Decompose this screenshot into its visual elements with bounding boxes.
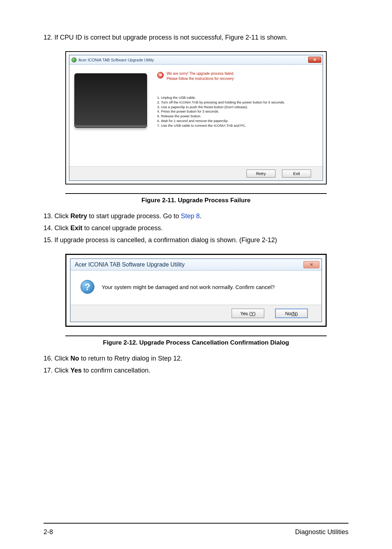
figure-2-12-container: Acer ICONIA TAB Software Upgrade Utility… bbox=[65, 254, 327, 327]
close-icon: ✕ bbox=[313, 58, 316, 62]
figure-2-11-container: Acer ICONIA TAB Software Upgrade Utility… bbox=[65, 51, 327, 184]
yes-button[interactable]: Yes (Y) bbox=[232, 309, 264, 318]
figure-divider bbox=[65, 336, 327, 336]
app-icon bbox=[72, 57, 77, 62]
step-15: 15. If upgrade process is cancelled, a c… bbox=[44, 235, 348, 245]
instr-4: 4. Press the power button for 3 seconds. bbox=[157, 109, 316, 114]
dialog-title: Acer ICONIA TAB Software Upgrade Utility bbox=[75, 261, 185, 268]
dialog-message: Your system might be damaged and not wor… bbox=[102, 283, 275, 291]
step-14: 14. Click Exit to cancel upgrade process… bbox=[44, 223, 348, 233]
instr-7: 7. Use the USB cable to connect the ICON… bbox=[157, 123, 316, 128]
close-button[interactable]: ✕ bbox=[308, 57, 321, 63]
step-13: 13. Click Retry to start upgrade process… bbox=[44, 211, 348, 221]
upgrade-utility-window: Acer ICONIA TAB Software Upgrade Utility… bbox=[69, 55, 323, 181]
retry-button[interactable]: Retry bbox=[246, 170, 275, 178]
error-icon: ✕ bbox=[157, 72, 164, 78]
step-16: 16. Click No to return to Retry dialog i… bbox=[44, 354, 348, 363]
recovery-instructions: 1. Unplug the USB cable. 2. Turn off the… bbox=[157, 95, 316, 128]
fail-line-1: We are sorry! The upgrade process failed… bbox=[167, 71, 234, 76]
instr-2: 2. Turn off the ICONIA TAB by pressing a… bbox=[157, 100, 316, 105]
dialog-close-button[interactable]: ✕ bbox=[303, 261, 319, 268]
no-button[interactable]: No(N) bbox=[275, 309, 308, 318]
window-footer: Retry Exit bbox=[69, 166, 323, 180]
step-12: 12. If CPU ID is correct but upgrade pro… bbox=[44, 33, 348, 42]
close-icon: ✕ bbox=[310, 262, 313, 267]
step-17: 17. Click Yes to confirm cancellation. bbox=[44, 366, 348, 375]
window-title: Acer ICONIA TAB Software Upgrade Utility bbox=[78, 58, 154, 62]
tablet-illustration bbox=[74, 73, 147, 128]
instr-1: 1. Unplug the USB cable. bbox=[157, 95, 316, 100]
dialog-footer: Yes (Y) No(N) bbox=[70, 305, 322, 322]
fail-line-2: Please follow the instructions for recov… bbox=[167, 76, 234, 81]
figure-2-12-caption: Figure 2-12. Upgrade Process Cancellatio… bbox=[44, 339, 348, 346]
exit-button[interactable]: Exit bbox=[282, 170, 311, 178]
figure-divider bbox=[65, 193, 327, 194]
instr-3: 3. Use a paperclip to push the Reset but… bbox=[157, 105, 316, 110]
confirmation-dialog: Acer ICONIA TAB Software Upgrade Utility… bbox=[70, 259, 322, 322]
window-titlebar: Acer ICONIA TAB Software Upgrade Utility… bbox=[69, 55, 323, 65]
figure-2-11-caption: Figure 2-11. Upgrade Process Failure bbox=[44, 197, 348, 204]
dialog-titlebar: Acer ICONIA TAB Software Upgrade Utility… bbox=[70, 259, 322, 271]
question-icon: ? bbox=[81, 280, 94, 294]
instr-5: 5. Release the power button. bbox=[157, 114, 316, 119]
section-title: Diagnostic Utilities bbox=[295, 528, 348, 536]
footer-divider bbox=[44, 523, 348, 524]
instr-6: 6. Wait for 1 second and remove the pape… bbox=[157, 119, 316, 123]
page-number: 2-8 bbox=[44, 528, 53, 536]
step-8-link[interactable]: Step 8 bbox=[181, 212, 200, 220]
